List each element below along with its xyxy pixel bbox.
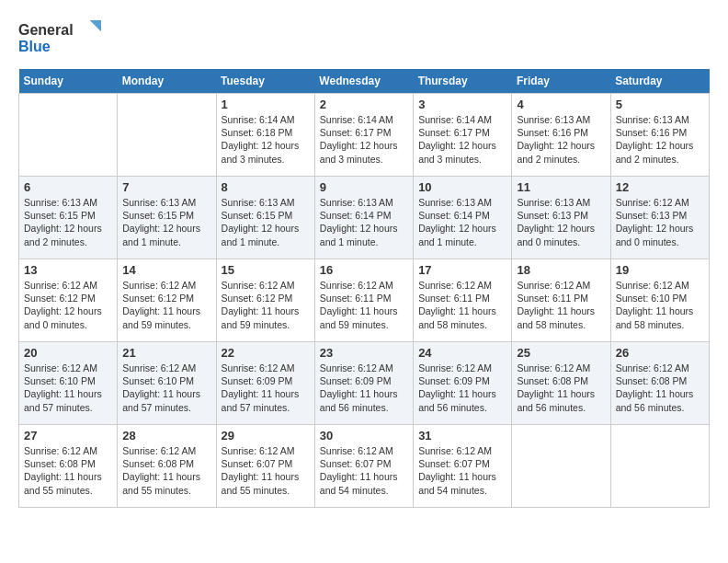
calendar-week-row: 6Sunrise: 6:13 AM Sunset: 6:15 PM Daylig… bbox=[19, 177, 710, 259]
day-number: 28 bbox=[122, 429, 210, 442]
calendar-cell: 16Sunrise: 6:12 AM Sunset: 6:11 PM Dayli… bbox=[314, 259, 413, 342]
calendar-cell: 17Sunrise: 6:12 AM Sunset: 6:11 PM Dayli… bbox=[414, 259, 512, 342]
day-header-tuesday: Tuesday bbox=[216, 69, 314, 94]
day-number: 13 bbox=[24, 263, 112, 277]
day-info: Sunrise: 6:12 AM Sunset: 6:08 PM Dayligh… bbox=[122, 444, 210, 497]
day-info: Sunrise: 6:12 AM Sunset: 6:09 PM Dayligh… bbox=[222, 362, 310, 414]
calendar-cell: 18Sunrise: 6:12 AM Sunset: 6:11 PM Dayli… bbox=[512, 259, 610, 342]
day-number: 1 bbox=[222, 98, 310, 111]
calendar-cell bbox=[610, 425, 709, 508]
day-number: 8 bbox=[222, 180, 310, 194]
day-info: Sunrise: 6:12 AM Sunset: 6:07 PM Dayligh… bbox=[222, 444, 310, 497]
day-number: 7 bbox=[122, 180, 210, 194]
day-info: Sunrise: 6:12 AM Sunset: 6:09 PM Dayligh… bbox=[418, 362, 506, 414]
calendar-week-row: 20Sunrise: 6:12 AM Sunset: 6:10 PM Dayli… bbox=[19, 342, 710, 425]
day-number: 16 bbox=[320, 263, 408, 277]
calendar-cell: 28Sunrise: 6:12 AM Sunset: 6:08 PM Dayli… bbox=[118, 425, 216, 508]
calendar-cell: 11Sunrise: 6:13 AM Sunset: 6:13 PM Dayli… bbox=[512, 177, 610, 259]
day-info: Sunrise: 6:13 AM Sunset: 6:14 PM Dayligh… bbox=[418, 196, 506, 248]
day-number: 4 bbox=[517, 98, 605, 111]
calendar-cell: 26Sunrise: 6:12 AM Sunset: 6:08 PM Dayli… bbox=[610, 342, 709, 425]
day-info: Sunrise: 6:12 AM Sunset: 6:10 PM Dayligh… bbox=[616, 279, 704, 331]
svg-text:General: General bbox=[18, 22, 74, 38]
calendar-header-row: SundayMondayTuesdayWednesdayThursdayFrid… bbox=[19, 69, 710, 94]
day-info: Sunrise: 6:13 AM Sunset: 6:13 PM Dayligh… bbox=[517, 196, 605, 248]
svg-text:Blue: Blue bbox=[18, 39, 51, 54]
calendar-cell: 13Sunrise: 6:12 AM Sunset: 6:12 PM Dayli… bbox=[19, 259, 118, 342]
day-info: Sunrise: 6:14 AM Sunset: 6:17 PM Dayligh… bbox=[418, 113, 506, 166]
day-info: Sunrise: 6:13 AM Sunset: 6:14 PM Dayligh… bbox=[320, 196, 408, 248]
day-info: Sunrise: 6:13 AM Sunset: 6:15 PM Dayligh… bbox=[122, 196, 210, 248]
day-info: Sunrise: 6:12 AM Sunset: 6:09 PM Dayligh… bbox=[320, 362, 408, 414]
calendar-cell bbox=[19, 94, 118, 177]
day-info: Sunrise: 6:12 AM Sunset: 6:07 PM Dayligh… bbox=[320, 444, 408, 497]
calendar-cell: 29Sunrise: 6:12 AM Sunset: 6:07 PM Dayli… bbox=[216, 425, 314, 508]
day-number: 6 bbox=[24, 180, 112, 194]
calendar-cell: 9Sunrise: 6:13 AM Sunset: 6:14 PM Daylig… bbox=[314, 177, 413, 259]
day-number: 12 bbox=[616, 180, 704, 194]
day-header-friday: Friday bbox=[512, 69, 610, 94]
day-number: 22 bbox=[222, 346, 310, 360]
calendar-cell bbox=[512, 425, 610, 508]
calendar-week-row: 27Sunrise: 6:12 AM Sunset: 6:08 PM Dayli… bbox=[19, 425, 710, 508]
calendar-cell: 23Sunrise: 6:12 AM Sunset: 6:09 PM Dayli… bbox=[314, 342, 413, 425]
logo: General Blue bbox=[18, 18, 101, 60]
day-number: 21 bbox=[122, 346, 210, 360]
day-info: Sunrise: 6:12 AM Sunset: 6:11 PM Dayligh… bbox=[517, 279, 605, 331]
day-info: Sunrise: 6:13 AM Sunset: 6:16 PM Dayligh… bbox=[517, 113, 605, 166]
day-info: Sunrise: 6:13 AM Sunset: 6:15 PM Dayligh… bbox=[222, 196, 310, 248]
day-header-saturday: Saturday bbox=[610, 69, 709, 94]
day-number: 29 bbox=[222, 429, 310, 442]
calendar-cell: 22Sunrise: 6:12 AM Sunset: 6:09 PM Dayli… bbox=[216, 342, 314, 425]
day-number: 18 bbox=[517, 263, 605, 277]
day-info: Sunrise: 6:12 AM Sunset: 6:11 PM Dayligh… bbox=[418, 279, 506, 331]
day-info: Sunrise: 6:12 AM Sunset: 6:13 PM Dayligh… bbox=[616, 196, 704, 248]
page-header: General Blue bbox=[18, 18, 710, 60]
calendar-cell: 15Sunrise: 6:12 AM Sunset: 6:12 PM Dayli… bbox=[216, 259, 314, 342]
day-number: 19 bbox=[616, 263, 704, 277]
day-info: Sunrise: 6:14 AM Sunset: 6:18 PM Dayligh… bbox=[222, 113, 310, 166]
calendar-cell: 14Sunrise: 6:12 AM Sunset: 6:12 PM Dayli… bbox=[118, 259, 216, 342]
day-info: Sunrise: 6:12 AM Sunset: 6:08 PM Dayligh… bbox=[24, 444, 112, 497]
day-number: 25 bbox=[517, 346, 605, 360]
calendar-cell: 2Sunrise: 6:14 AM Sunset: 6:17 PM Daylig… bbox=[314, 94, 413, 177]
calendar-cell: 24Sunrise: 6:12 AM Sunset: 6:09 PM Dayli… bbox=[414, 342, 512, 425]
day-number: 26 bbox=[616, 346, 704, 360]
calendar-week-row: 13Sunrise: 6:12 AM Sunset: 6:12 PM Dayli… bbox=[19, 259, 710, 342]
calendar-cell: 25Sunrise: 6:12 AM Sunset: 6:08 PM Dayli… bbox=[512, 342, 610, 425]
calendar-cell: 6Sunrise: 6:13 AM Sunset: 6:15 PM Daylig… bbox=[19, 177, 118, 259]
calendar-cell: 4Sunrise: 6:13 AM Sunset: 6:16 PM Daylig… bbox=[512, 94, 610, 177]
calendar-week-row: 1Sunrise: 6:14 AM Sunset: 6:18 PM Daylig… bbox=[19, 94, 710, 177]
calendar-table: SundayMondayTuesdayWednesdayThursdayFrid… bbox=[18, 69, 710, 508]
day-number: 17 bbox=[418, 263, 506, 277]
day-number: 30 bbox=[320, 429, 408, 442]
calendar-cell: 31Sunrise: 6:12 AM Sunset: 6:07 PM Dayli… bbox=[414, 425, 512, 508]
calendar-cell: 10Sunrise: 6:13 AM Sunset: 6:14 PM Dayli… bbox=[414, 177, 512, 259]
day-number: 15 bbox=[222, 263, 310, 277]
day-number: 20 bbox=[24, 346, 112, 360]
day-number: 27 bbox=[24, 429, 112, 442]
calendar-cell: 3Sunrise: 6:14 AM Sunset: 6:17 PM Daylig… bbox=[414, 94, 512, 177]
calendar-cell: 1Sunrise: 6:14 AM Sunset: 6:18 PM Daylig… bbox=[216, 94, 314, 177]
calendar-cell: 21Sunrise: 6:12 AM Sunset: 6:10 PM Dayli… bbox=[118, 342, 216, 425]
day-info: Sunrise: 6:13 AM Sunset: 6:15 PM Dayligh… bbox=[24, 196, 112, 248]
calendar-cell: 7Sunrise: 6:13 AM Sunset: 6:15 PM Daylig… bbox=[118, 177, 216, 259]
calendar-cell: 12Sunrise: 6:12 AM Sunset: 6:13 PM Dayli… bbox=[610, 177, 709, 259]
day-info: Sunrise: 6:13 AM Sunset: 6:16 PM Dayligh… bbox=[616, 113, 704, 166]
calendar-cell: 8Sunrise: 6:13 AM Sunset: 6:15 PM Daylig… bbox=[216, 177, 314, 259]
calendar-cell: 20Sunrise: 6:12 AM Sunset: 6:10 PM Dayli… bbox=[19, 342, 118, 425]
logo-svg: General Blue bbox=[18, 18, 101, 60]
day-info: Sunrise: 6:12 AM Sunset: 6:08 PM Dayligh… bbox=[616, 362, 704, 414]
day-info: Sunrise: 6:12 AM Sunset: 6:10 PM Dayligh… bbox=[122, 362, 210, 414]
day-info: Sunrise: 6:12 AM Sunset: 6:12 PM Dayligh… bbox=[122, 279, 210, 331]
day-info: Sunrise: 6:12 AM Sunset: 6:12 PM Dayligh… bbox=[222, 279, 310, 331]
day-number: 11 bbox=[517, 180, 605, 194]
day-info: Sunrise: 6:12 AM Sunset: 6:11 PM Dayligh… bbox=[320, 279, 408, 331]
day-info: Sunrise: 6:12 AM Sunset: 6:10 PM Dayligh… bbox=[24, 362, 112, 414]
day-info: Sunrise: 6:14 AM Sunset: 6:17 PM Dayligh… bbox=[320, 113, 408, 166]
day-number: 3 bbox=[418, 98, 506, 111]
day-number: 9 bbox=[320, 180, 408, 194]
day-header-sunday: Sunday bbox=[19, 69, 118, 94]
day-header-wednesday: Wednesday bbox=[314, 69, 413, 94]
day-number: 5 bbox=[616, 98, 704, 111]
